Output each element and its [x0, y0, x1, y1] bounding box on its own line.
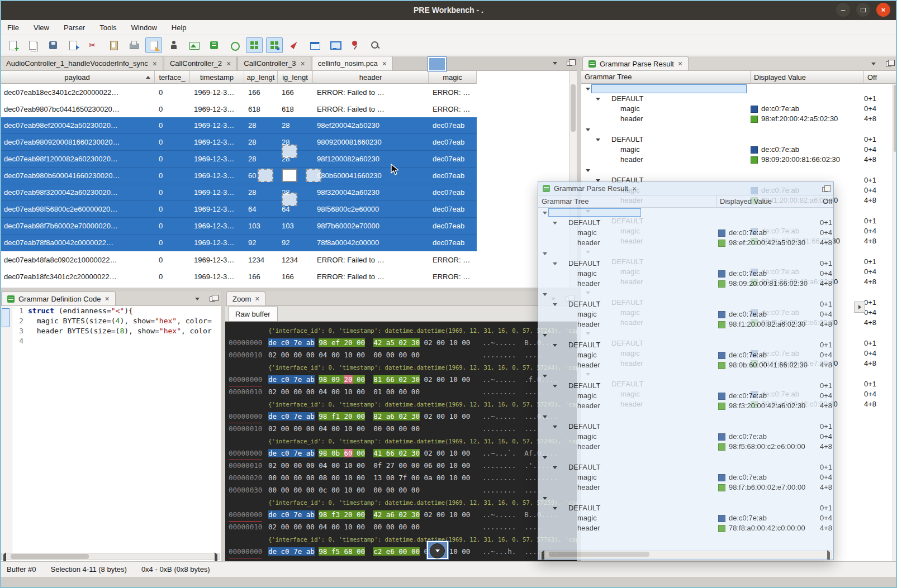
hex-line[interactable]: 00000000de c0 7e ab 98 f5 68 00 c2 e6 00… — [225, 546, 577, 558]
tree-row-header[interactable]: header98:f5:68:00:c2:e6:00:004+8 — [538, 442, 833, 452]
expand-arrow-icon[interactable] — [553, 222, 557, 224]
floating-window-titlebar[interactable]: Grammar Parse Result × — [538, 182, 833, 195]
tree-row-default[interactable]: DEFAULT0+1 — [538, 422, 833, 432]
tree-row-magic[interactable]: magicde:c0:7e:ab0+4 — [538, 432, 833, 442]
tree-row-root[interactable] — [581, 125, 897, 135]
cut-icon[interactable] — [85, 37, 102, 53]
tree-row-magic[interactable]: magicde:c0:7e:ab0+4 — [538, 472, 833, 482]
selected-tree-root[interactable] — [548, 208, 641, 217]
panel-tab-grammar-parse-result[interactable]: Grammar Parse Result × — [582, 56, 689, 70]
panel-tab-zoom[interactable]: Zoom × — [226, 291, 265, 305]
table-row[interactable]: dec07eab98f3200042a60230020…01969-12-3…2… — [0, 184, 477, 201]
expand-arrow-icon[interactable] — [543, 252, 547, 255]
expand-arrow-icon[interactable] — [586, 88, 590, 90]
code-hscrollbar[interactable] — [1, 553, 220, 560]
floating-grammar-parse-result-window[interactable]: Grammar Parse Result × Grammar Tree Disp… — [538, 181, 834, 560]
expand-arrow-icon[interactable] — [543, 497, 547, 500]
menu-parser[interactable]: Parser — [56, 20, 92, 35]
vertical-splitter-bottom[interactable] — [221, 291, 225, 561]
expand-arrow-icon[interactable] — [543, 293, 547, 296]
column-displayed-value[interactable]: Displayed Value — [750, 71, 806, 84]
tree-row-magic[interactable]: magicde:c0:7e:ab0+4 — [581, 145, 897, 155]
hex-line[interactable]: 00000000de c0 7e ab 98 f3 20 00 42 a6 02… — [225, 509, 577, 521]
tree-row-root[interactable] — [538, 330, 833, 340]
table-row[interactable]: dec07eab98ef200042a50230020…01969-12-3…2… — [0, 117, 477, 134]
tree-row-magic[interactable]: magicde:c0:7e:ab0+4 — [538, 309, 833, 319]
expand-arrow-icon[interactable] — [553, 507, 557, 510]
expand-arrow-icon[interactable] — [543, 456, 547, 459]
menu-view[interactable]: View — [26, 20, 56, 35]
split-view-icon[interactable] — [266, 37, 283, 53]
network-icon[interactable] — [226, 37, 243, 53]
table-row[interactable]: dec07eab98f56800c2e60000020…01969-12-3…6… — [0, 201, 477, 218]
scroll-right-button[interactable] — [854, 302, 865, 313]
hex-line[interactable]: 0000001002 00 00 00 04 00 10 00 0f 27 00… — [225, 460, 577, 472]
tab-cellinfo-nosim-pca[interactable]: cellinfo_nosim.pca× — [312, 56, 393, 70]
tree-row-root[interactable] — [538, 289, 833, 299]
tree-row-header[interactable]: header98:ef:20:00:42:a5:02:304+8 — [581, 114, 897, 124]
tree-row-root[interactable] — [538, 412, 833, 422]
expand-arrow-icon[interactable] — [543, 212, 547, 214]
tab-callcontroller-2[interactable]: CallController_2× — [164, 56, 237, 70]
menu-window[interactable]: Window — [124, 20, 164, 35]
table-row[interactable]: dec07eab78f8a00042c0000022…01969-12-3…92… — [0, 235, 477, 251]
table-row[interactable]: dec07eab18fc3401c2c20000022…01969-12-3…1… — [0, 268, 477, 285]
col-payload[interactable]: payload — [0, 71, 155, 84]
expand-arrow-icon[interactable] — [596, 98, 600, 101]
expand-arrow-icon[interactable] — [543, 375, 547, 377]
column-grammar-tree[interactable]: Grammar Tree — [585, 73, 632, 81]
floating-hscrollbar-thumb[interactable] — [549, 552, 649, 557]
tree-row-header[interactable]: header98:f1:20:00:82:a6:02:304+8 — [538, 319, 833, 329]
tab-close-icon[interactable]: × — [226, 60, 231, 67]
selected-tree-root[interactable] — [591, 84, 747, 93]
hex-line[interactable]: 0000002000 00 00 00 08 00 10 00 13 00 7f… — [225, 472, 577, 484]
tab-close-icon[interactable]: × — [301, 60, 305, 67]
new-file-icon[interactable] — [4, 37, 21, 53]
code-line[interactable]: 4 — [12, 336, 221, 346]
hex-line[interactable]: 0000001002 00 00 00 04 00 10 00 00 00 00… — [225, 349, 577, 361]
tree-row-magic[interactable]: magicde:c0:7e:ab0+4 — [538, 391, 833, 401]
tree-row-magic[interactable]: magicde:c0:7e:ab0+4 — [538, 350, 833, 360]
panel-tab-grammar-definition-code[interactable]: Grammar Definition Code × — [1, 291, 116, 305]
hex-line[interactable]: 00000000de c0 7e ab 98 09 20 00 81 66 02… — [225, 374, 577, 386]
close-button[interactable]: × — [876, 3, 890, 17]
tree-row-magic[interactable]: magicde:c0:7e:ab0+4 — [538, 228, 833, 238]
tab-raw-buffer[interactable]: Raw buffer — [228, 306, 278, 321]
edit-buffer-icon[interactable] — [145, 37, 162, 53]
tree-row-root[interactable] — [538, 371, 833, 381]
pin-icon[interactable] — [347, 37, 363, 53]
column-offset[interactable]: Off — [863, 71, 877, 84]
expand-arrow-icon[interactable] — [586, 128, 590, 131]
tab-list-dropdown-button[interactable] — [550, 58, 560, 68]
tree-row-magic[interactable]: magicde:c0:7e:ab0+4 — [581, 104, 897, 114]
tree-row-magic[interactable]: magicde:c0:7e:ab0+4 — [538, 269, 833, 279]
tree-row-default[interactable]: DEFAULT0+1 — [538, 503, 833, 513]
col-orig-length[interactable]: ig_lengt — [278, 71, 313, 84]
tree-row-header[interactable]: header78:f8:a0:00:42:c0:00:004+8 — [538, 523, 833, 533]
panel-float-button[interactable] — [884, 59, 894, 69]
tab-callcontroller-3[interactable]: CallController_3× — [238, 56, 311, 70]
tree-row-header[interactable]: header98:0b:60:00:41:66:02:304+8 — [538, 360, 833, 370]
floating-window-close-icon[interactable]: × — [632, 185, 637, 192]
tree-row-default[interactable]: DEFAULT0+1 — [538, 462, 833, 472]
grammar-tree-icon[interactable] — [206, 37, 222, 53]
panel-close-icon[interactable]: × — [678, 60, 682, 67]
minimap-viewport[interactable] — [2, 308, 10, 327]
expand-arrow-icon[interactable] — [543, 334, 547, 337]
tree-row-default[interactable]: DEFAULT0+1 — [538, 218, 833, 228]
table-row[interactable]: dec07eab98f1200082a60230020…01969-12-3…2… — [0, 151, 477, 168]
tree-row-magic[interactable]: magicde:c0:7e:ab0+4 — [538, 513, 833, 523]
hex-line[interactable]: 0000001002 00 00 00 04 00 10 00 00 00 00… — [225, 521, 577, 533]
panel-menu-button[interactable] — [192, 294, 202, 304]
column-displayed-value[interactable]: Displayed Value — [716, 195, 772, 208]
col-timestamp[interactable]: timestamp — [190, 71, 244, 84]
scroll-left-arrow-icon[interactable] — [542, 552, 544, 560]
hex-line[interactable]: 0000001002 00 00 00 04 00 10 00 00 00 00… — [225, 423, 577, 435]
expand-arrow-icon[interactable] — [553, 466, 557, 469]
tree-row-default[interactable]: DEFAULT0+1 — [538, 299, 833, 309]
table-scrollbar-thumb[interactable] — [571, 84, 576, 132]
expand-arrow-icon[interactable] — [553, 426, 557, 428]
horizontal-splitter[interactable] — [0, 288, 577, 291]
marker-icon[interactable] — [286, 37, 303, 53]
hex-line[interactable]: 00000000de c0 7e ab 98 0b 60 00 41 66 02… — [225, 447, 577, 460]
